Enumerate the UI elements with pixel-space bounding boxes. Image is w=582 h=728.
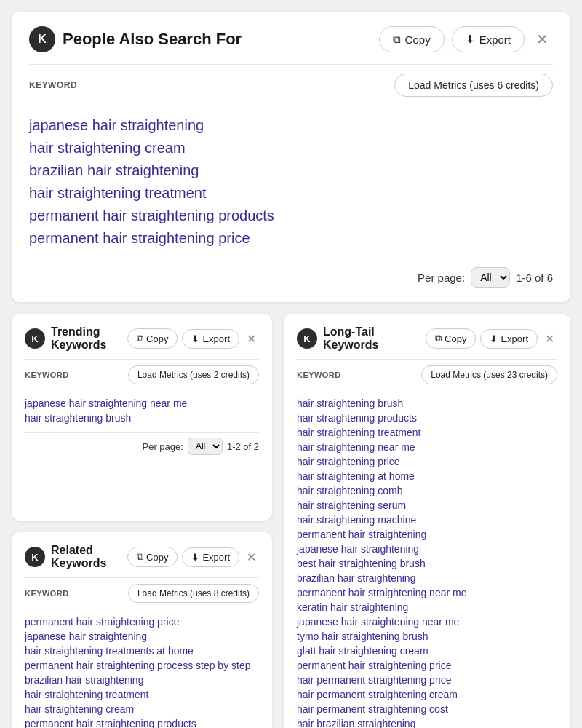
keyword-item[interactable]: japanese hair straightening near me (297, 614, 557, 629)
keyword-item[interactable]: hair straightening price (297, 454, 557, 469)
longtail-close-button[interactable]: ✕ (542, 331, 557, 347)
keyword-item[interactable]: hair straightening cream (29, 137, 553, 159)
main-card-title-area: K People Also Search For (29, 26, 242, 52)
keyword-item[interactable]: brazilian hair straightening (297, 571, 557, 585)
keyword-item[interactable]: hair straightening machine (297, 513, 557, 527)
keyword-item[interactable]: hair permanent straightening cost (297, 702, 557, 716)
trending-pagination-info: 1-2 of 2 (227, 441, 259, 452)
main-close-button[interactable]: ✕ (532, 29, 553, 50)
longtail-keyword-col-label: KEYWORD (297, 371, 341, 379)
keyword-item[interactable]: japanese hair straightening near me (25, 396, 259, 411)
trending-keyword-col-label: KEYWORD (25, 371, 69, 379)
longtail-card-title: Long-Tail Keywords (323, 325, 426, 352)
related-k-logo: K (25, 547, 45, 567)
keyword-item[interactable]: hair straightening at home (297, 469, 557, 483)
left-column: K Trending Keywords ⧉ Copy ⬇ Export ✕ K (12, 314, 272, 728)
longtail-export-button[interactable]: ⬇ Export (480, 329, 538, 349)
keyword-item[interactable]: hair straightening brush (297, 396, 557, 411)
related-card: K Related Keywords ⧉ Copy ⬇ Export ✕ KE (12, 532, 272, 728)
keyword-item[interactable]: hair straightening cream (25, 702, 259, 716)
related-close-button[interactable]: ✕ (244, 550, 259, 565)
main-card: K People Also Search For ⧉ Copy ⬇ Export… (12, 12, 570, 302)
keyword-item[interactable]: tymo hair straightening brush (297, 629, 557, 644)
main-keyword-list: japanese hair straightening hair straigh… (29, 106, 553, 261)
export-icon: ⬇ (490, 333, 498, 344)
keyword-item[interactable]: brazilian hair straightening (25, 673, 259, 687)
per-page-select[interactable]: All 10 25 (471, 267, 510, 288)
k-logo: K (29, 26, 55, 52)
keyword-item[interactable]: hair straightening treatment (297, 425, 557, 440)
related-title-area: K Related Keywords (25, 544, 127, 570)
keyword-item[interactable]: permanent hair straightening products (25, 716, 259, 728)
keyword-item[interactable]: keratin hair straightening (297, 600, 557, 614)
trending-keyword-list: japanese hair straightening near me hair… (25, 390, 259, 432)
trending-title-area: K Trending Keywords (25, 325, 127, 352)
keyword-item[interactable]: permanent hair straightening process ste… (25, 658, 259, 673)
keyword-item[interactable]: hair straightening treatments at home (25, 644, 259, 658)
keyword-item[interactable]: permanent hair straightening price (29, 227, 553, 250)
trending-export-button[interactable]: ⬇ Export (182, 329, 239, 349)
pagination-info: 1-6 of 6 (516, 272, 553, 284)
related-copy-button[interactable]: ⧉ Copy (127, 547, 178, 567)
main-copy-button[interactable]: ⧉ Copy (379, 26, 445, 52)
keyword-item[interactable]: hair straightening treatment (25, 687, 259, 702)
longtail-col-header: KEYWORD Load Metrics (uses 23 credits) (297, 359, 557, 390)
related-card-actions: ⧉ Copy ⬇ Export ✕ (127, 547, 259, 567)
keyword-item[interactable]: hair brazilian straightening (297, 716, 557, 728)
keyword-item[interactable]: hair straightening brush (25, 411, 259, 425)
per-page-label: Per page: (143, 441, 183, 452)
copy-icon: ⧉ (137, 551, 143, 563)
longtail-export-label: Export (501, 333, 528, 344)
longtail-copy-button[interactable]: ⧉ Copy (426, 328, 476, 349)
longtail-copy-label: Copy (445, 333, 466, 344)
keyword-item[interactable]: hair straightening near me (297, 440, 557, 454)
keyword-item[interactable]: japanese hair straightening (25, 629, 259, 644)
keyword-item[interactable]: hair permanent straightening price (297, 673, 557, 687)
trending-col-header: KEYWORD Load Metrics (uses 2 credits) (25, 359, 259, 390)
related-load-metrics-button[interactable]: Load Metrics (uses 8 credits) (128, 584, 259, 603)
copy-icon: ⧉ (393, 33, 401, 46)
trending-per-page-select[interactable]: All 10 (188, 438, 223, 455)
related-export-button[interactable]: ⬇ Export (182, 547, 239, 567)
keyword-item[interactable]: hair straightening treatment (29, 182, 553, 205)
keyword-item[interactable]: japanese hair straightening (29, 114, 553, 137)
main-card-actions: ⧉ Copy ⬇ Export ✕ (379, 26, 553, 52)
main-export-label: Export (479, 33, 511, 46)
trending-card-actions: ⧉ Copy ⬇ Export ✕ (127, 328, 259, 349)
keyword-item[interactable]: permanent hair straightening price (297, 658, 557, 673)
keyword-item[interactable]: glatt hair straightening cream (297, 644, 557, 658)
keyword-item[interactable]: hair permanent straightening cream (297, 687, 557, 702)
trending-export-label: Export (202, 333, 230, 344)
longtail-card-actions: ⧉ Copy ⬇ Export ✕ (426, 328, 557, 349)
keyword-item[interactable]: hair straightening comb (297, 483, 557, 498)
keyword-item[interactable]: japanese hair straightening (297, 542, 557, 556)
bottom-row: K Trending Keywords ⧉ Copy ⬇ Export ✕ K (12, 314, 570, 728)
related-copy-label: Copy (146, 552, 168, 563)
trending-copy-button[interactable]: ⧉ Copy (127, 328, 178, 349)
copy-icon: ⧉ (137, 333, 143, 344)
main-card-title: People Also Search For (63, 30, 242, 49)
longtail-title-area: K Long-Tail Keywords (297, 325, 426, 352)
longtail-card-header: K Long-Tail Keywords ⧉ Copy ⬇ Export ✕ (297, 325, 557, 352)
main-load-metrics-button[interactable]: Load Metrics (uses 6 credits) (394, 74, 553, 97)
trending-card-header: K Trending Keywords ⧉ Copy ⬇ Export ✕ (25, 325, 259, 352)
keyword-item[interactable]: permanent hair straightening (297, 527, 557, 542)
keyword-item[interactable]: hair straightening serum (297, 498, 557, 513)
trending-load-metrics-button[interactable]: Load Metrics (uses 2 credits) (128, 365, 259, 384)
longtail-load-metrics-button[interactable]: Load Metrics (uses 23 credits) (421, 365, 557, 384)
keyword-item[interactable]: permanent hair straightening price (25, 614, 259, 629)
keyword-item[interactable]: permanent hair straightening products (29, 205, 553, 227)
main-export-button[interactable]: ⬇ Export (452, 26, 525, 52)
export-icon: ⬇ (466, 33, 475, 46)
keyword-item[interactable]: brazilian hair straightening (29, 159, 553, 182)
trending-copy-label: Copy (146, 333, 168, 344)
keyword-item[interactable]: best hair straightening brush (297, 556, 557, 571)
keyword-item[interactable]: hair straightening products (297, 411, 557, 425)
trending-close-button[interactable]: ✕ (244, 331, 259, 347)
copy-icon: ⧉ (435, 333, 442, 344)
per-page-label: Per page: (418, 272, 465, 284)
export-icon: ⬇ (191, 552, 199, 563)
keyword-item[interactable]: permanent hair straightening near me (297, 585, 557, 600)
main-pagination-row: Per page: All 10 25 1-6 of 6 (29, 261, 553, 288)
main-copy-label: Copy (405, 33, 431, 46)
